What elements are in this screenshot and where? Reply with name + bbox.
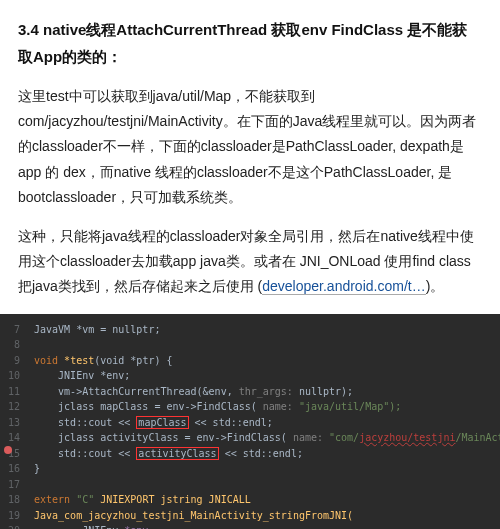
line-number: 10 [0, 368, 26, 384]
highlight-activityclass: activityClass [136, 447, 218, 460]
gutter: 7891011121314151617181920212223242526272… [0, 322, 26, 530]
paragraph-2: 这种，只能将java线程的classloader对象全局引用，然后在native… [18, 224, 482, 300]
line-number: 7 [0, 322, 26, 338]
highlight-mapclass: mapClass [136, 416, 188, 429]
code-block: 7891011121314151617181920212223242526272… [0, 314, 500, 530]
line-number: 14 [0, 430, 26, 446]
paragraph-1: 这里test中可以获取到java/util/Map，不能获取到com/jacyz… [18, 84, 482, 210]
line-number: 17 [0, 477, 26, 493]
line-number: 19 [0, 508, 26, 524]
line-number: 8 [0, 337, 26, 353]
breakpoint-icon[interactable] [4, 446, 12, 454]
line-number: 18 [0, 492, 26, 508]
doc-link[interactable]: developer.android.com/t… [262, 278, 425, 295]
line-number: 11 [0, 384, 26, 400]
line-number: 9 [0, 353, 26, 369]
line-number: 13 [0, 415, 26, 431]
line-number: 12 [0, 399, 26, 415]
code-source: JavaVM *vm = nullptr; void *test(void *p… [0, 314, 500, 530]
line-number: 20 [0, 523, 26, 529]
line-number: 16 [0, 461, 26, 477]
section-heading: 3.4 native线程AttachCurrentThread 获取env Fi… [18, 16, 482, 70]
